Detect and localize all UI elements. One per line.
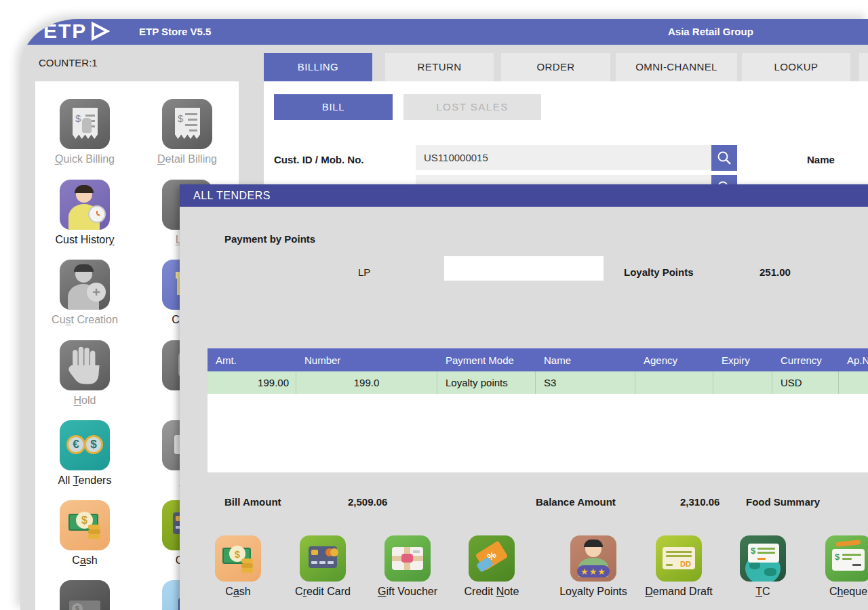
person-clock-icon — [60, 180, 110, 230]
cell-amt: 199.00 — [208, 371, 296, 394]
cheque-pen-icon: $ — [825, 535, 868, 582]
col-number: Number — [296, 348, 437, 371]
hand-icon — [60, 340, 110, 390]
lp-input[interactable] — [444, 256, 604, 281]
col-ap-no: Ap.N — [839, 348, 868, 371]
tender-demand-draft[interactable]: DD Demand Draft — [637, 535, 721, 598]
cell-payment-mode: Loyalty points — [437, 371, 536, 394]
org-name: Asia Retail Group — [668, 26, 753, 37]
food-summary-label: Food Summary — [746, 496, 820, 508]
subtab-bill[interactable]: BILL — [274, 94, 393, 120]
credit-note-icon: % — [469, 535, 515, 582]
tab-order[interactable]: ORDER — [501, 53, 610, 81]
tenders-table: Amt. Number Payment Mode Name Agency Exp… — [208, 348, 868, 472]
col-currency: Currency — [772, 348, 839, 371]
tender-tc[interactable]: $ TC — [721, 535, 805, 598]
tab-omni-channel[interactable]: OMNI-CHANNEL — [616, 53, 737, 81]
name-label: Name — [807, 154, 835, 165]
tab-billing[interactable]: BILLING — [264, 53, 372, 81]
etp-logo-triangle-icon — [90, 21, 110, 41]
table-row[interactable]: 199.00 199.0 Loyalty points S3 USD — [208, 371, 868, 394]
tender-cash[interactable]: $ Cash — [196, 535, 280, 598]
app-title: ETP Store V5.5 — [139, 26, 211, 37]
receipt-list-icon: $ — [162, 99, 212, 149]
cell-agency — [635, 371, 713, 394]
tender-credit-note[interactable]: % Credit Note — [450, 535, 534, 598]
payment-by-points-heading: Payment by Points — [224, 233, 315, 245]
sidebar-item-cust-history[interactable]: Cust History — [43, 180, 126, 246]
etp-logo-text: ETP — [43, 20, 87, 43]
cust-search-button[interactable] — [711, 145, 737, 171]
tab-partial[interactable] — [859, 53, 868, 81]
tab-lookup[interactable]: LOOKUP — [742, 53, 850, 81]
cust-id-label: Cust. ID / Mob. No. — [274, 154, 364, 165]
balance-amount-value: 2,310.06 — [680, 496, 719, 508]
tender-loyalty-points[interactable]: ★★★ Loyalty Points — [551, 535, 635, 598]
cash-icon: $ — [60, 500, 110, 550]
tab-return[interactable]: RETURN — [385, 53, 494, 81]
tenders-table-header: Amt. Number Payment Mode Name Agency Exp… — [208, 348, 868, 371]
search-icon — [716, 150, 732, 166]
credit-card-icon — [300, 535, 346, 582]
dialog-title: ALL TENDERS — [193, 190, 271, 202]
cell-name: S3 — [536, 371, 635, 394]
balance-amount-label: Balance Amount — [536, 496, 616, 508]
col-payment-mode: Payment Mode — [437, 348, 536, 371]
etp-logo: ETP — [43, 20, 110, 43]
col-name: Name — [536, 348, 635, 371]
drawer-icon: $ — [60, 580, 110, 610]
sidebar-item-cash[interactable]: $ Cash — [43, 500, 126, 567]
travellers-cheque-icon: $ — [740, 535, 786, 582]
sidebar-item-partial-bottom-left[interactable]: $ — [43, 580, 126, 610]
cell-ap-no — [839, 371, 868, 394]
counter-label: COUNTER:1 — [39, 57, 98, 68]
bill-amount-value: 2,509.06 — [348, 496, 387, 508]
cell-currency: USD — [772, 371, 839, 394]
col-agency: Agency — [635, 348, 713, 371]
cell-number: 199.0 — [296, 371, 437, 394]
cell-expiry — [713, 371, 772, 394]
cash-icon: $ — [215, 535, 261, 582]
demand-draft-icon: DD — [656, 535, 702, 582]
tender-cheque[interactable]: $ Cheque — [806, 535, 868, 598]
subtab-lost-sales[interactable]: LOST SALES — [403, 94, 541, 120]
person-add-icon: + — [60, 260, 110, 310]
col-expiry: Expiry — [713, 348, 772, 371]
all-tenders-dialog: ALL TENDERS Payment by Points LP Loyalty… — [180, 184, 868, 610]
tender-credit-card[interactable]: Credit Card — [281, 535, 365, 598]
sidebar-item-all-tenders[interactable]: € $ All Tenders — [43, 420, 126, 487]
sidebar-item-quick-billing[interactable]: $ Quick Billing — [43, 99, 126, 165]
loyalty-stars-icon: ★★★ — [570, 535, 616, 582]
lp-label: LP — [358, 266, 370, 278]
app-header: ETP ETP Store V5.5 Asia Retail Group — [20, 19, 868, 45]
sidebar-item-hold[interactable]: Hold — [43, 340, 126, 407]
euro-dollar-coins-icon: € $ — [60, 420, 110, 470]
loyalty-points-label: Loyalty Points — [624, 266, 694, 278]
sidebar-item-cust-creation[interactable]: + Cust Creation — [43, 260, 126, 326]
sidebar-item-detail-billing[interactable]: $ Detail Billing — [146, 99, 229, 165]
col-amt: Amt. — [208, 348, 296, 371]
gift-voucher-icon — [384, 535, 431, 582]
tender-gift-voucher[interactable]: Gift Voucher — [366, 535, 450, 598]
dialog-title-bar: ALL TENDERS — [180, 184, 868, 207]
bill-amount-label: Bill Amount — [224, 496, 281, 508]
cust-id-input[interactable]: US110000015 — [416, 145, 711, 170]
receipt-touch-icon: $ — [60, 99, 110, 149]
loyalty-points-value: 251.00 — [760, 266, 791, 278]
